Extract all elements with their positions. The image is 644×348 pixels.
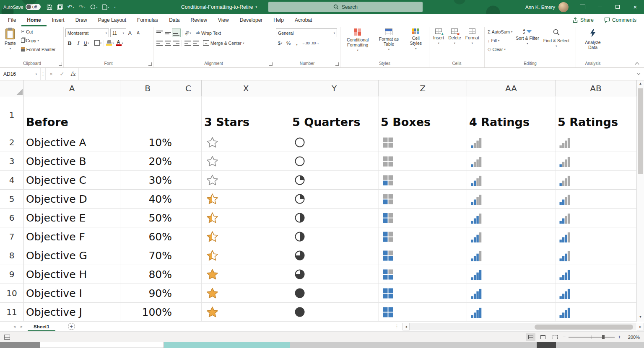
cell-X4[interactable] — [202, 171, 290, 189]
row-header-6[interactable]: 6 — [0, 209, 24, 227]
cell-AB9[interactable] — [556, 265, 636, 284]
tab-formulas[interactable]: Formulas — [132, 14, 164, 26]
cell-AA8[interactable] — [467, 246, 556, 265]
enter-button[interactable]: ✓ — [57, 68, 68, 80]
cell-Z9[interactable] — [379, 265, 467, 284]
sheet-nav-right[interactable]: ▸ — [18, 324, 25, 329]
cell-B2[interactable]: 10% — [120, 133, 175, 152]
horizontal-scroll-thumb[interactable] — [535, 325, 633, 330]
column-header-AB[interactable]: AB — [556, 80, 636, 96]
cell-A3[interactable]: Objective B — [24, 152, 120, 170]
vertical-scroll-thumb[interactable] — [638, 88, 643, 174]
center-button[interactable] — [164, 39, 172, 47]
tab-view[interactable]: View — [213, 14, 234, 26]
cell-A6[interactable]: Objective E — [24, 209, 120, 227]
zoom-level[interactable]: 200% — [624, 335, 640, 340]
cell-A2[interactable]: Objective A — [24, 133, 120, 152]
customize-quick-access-toolbar-button[interactable]: ▾ — [112, 2, 117, 12]
cell-Y1[interactable]: 5 Quarters — [290, 96, 379, 133]
decrease-indent-button[interactable] — [183, 39, 192, 47]
cell-styles-button[interactable]: Cell Styles ▾ — [405, 27, 427, 60]
normal-view-button[interactable] — [526, 333, 535, 341]
cell-Z3[interactable] — [379, 152, 467, 170]
row-header-2[interactable]: 2 — [0, 133, 24, 152]
cell-X9[interactable] — [202, 265, 290, 284]
cell-A4[interactable]: Objective C — [24, 171, 120, 189]
font-name-combo[interactable]: Montserrat▾ — [65, 28, 109, 37]
cell-Y6[interactable] — [290, 209, 379, 227]
name-box[interactable]: AD16▾ — [0, 68, 40, 80]
cell-AA7[interactable] — [467, 227, 556, 246]
cell-C6[interactable] — [175, 209, 202, 227]
align-left-button[interactable] — [155, 39, 164, 47]
scroll-down-arrow[interactable]: ▼ — [639, 315, 642, 320]
user-name[interactable]: Ann K. Emery — [525, 5, 555, 10]
wrap-text-button[interactable]: abWrap Text — [195, 28, 222, 37]
cell-X2[interactable] — [202, 133, 290, 152]
number-format-combo[interactable]: General▾ — [276, 28, 337, 37]
cell-Z4[interactable] — [379, 171, 467, 189]
tab-help[interactable]: Help — [268, 14, 289, 26]
cell-C7[interactable] — [175, 227, 202, 246]
cell-A8[interactable]: Objective G — [24, 246, 120, 265]
accounting-format-button[interactable]: $▾ — [276, 39, 284, 47]
redo-button[interactable]: ↷▾ — [77, 2, 87, 12]
font-size-combo[interactable]: 11▾ — [110, 28, 126, 37]
delete-button[interactable]: Delete▾ — [446, 27, 463, 60]
middle-align-button[interactable] — [164, 28, 172, 37]
avatar[interactable] — [558, 2, 569, 12]
cell-AB3[interactable] — [556, 152, 636, 170]
collapse-ribbon-button[interactable] — [633, 60, 641, 66]
cell-AA9[interactable] — [467, 265, 556, 284]
scroll-left-arrow[interactable]: ◂ — [402, 323, 410, 330]
accessibility-status-icon[interactable] — [4, 335, 10, 340]
italic-button[interactable]: I — [74, 39, 82, 47]
column-header-Z[interactable]: Z — [379, 80, 467, 96]
merge-center-button[interactable]: ↔Merge & Center▾ — [202, 39, 245, 47]
row-header-3[interactable]: 3 — [0, 152, 24, 170]
decrease-font-size-button[interactable]: Aˇ — [135, 28, 143, 37]
top-align-button[interactable] — [155, 28, 164, 37]
conditional-formatting-button[interactable]: Conditional Formatting ▾ — [342, 27, 373, 60]
cell-AB6[interactable] — [556, 209, 636, 227]
cell-A10[interactable]: Objective I — [24, 284, 120, 302]
cell-A7[interactable]: Objective F — [24, 227, 120, 246]
decrease-decimal-button[interactable]: .00→ — [310, 39, 319, 47]
cell-AB2[interactable] — [556, 133, 636, 152]
number-dialog-launcher[interactable] — [335, 62, 339, 66]
fill-button[interactable]: ↓Fill▾ — [486, 36, 514, 45]
tab-insert[interactable]: Insert — [47, 14, 70, 26]
page-layout-view-button[interactable] — [538, 333, 548, 341]
borders-button[interactable]: ▾ — [93, 39, 102, 47]
increase-font-size-button[interactable]: Aˆ — [126, 28, 135, 37]
cell-Z6[interactable] — [379, 209, 467, 227]
page-break-view-button[interactable] — [551, 333, 560, 341]
row-header-4[interactable]: 4 — [0, 171, 24, 189]
sheet-nav-left[interactable]: ◂ — [11, 324, 18, 329]
cell-Z2[interactable] — [379, 133, 467, 152]
cell-AB10[interactable] — [556, 284, 636, 302]
row-header-1[interactable]: 1 — [0, 96, 24, 133]
cell-X6[interactable] — [202, 209, 290, 227]
row-header-8[interactable]: 8 — [0, 246, 24, 265]
ink-tool-button[interactable]: ▾ — [88, 2, 99, 12]
new-sheet-button[interactable]: + — [68, 323, 75, 330]
minimize-button[interactable] — [591, 0, 609, 14]
cell-Z1[interactable]: 5 Boxes — [379, 96, 467, 133]
fill-color-button[interactable]: ▾ — [105, 39, 114, 47]
tab-splitter[interactable]: ⋮ — [395, 324, 399, 329]
cell-B10[interactable]: 90% — [120, 284, 175, 302]
cell-AA3[interactable] — [467, 152, 556, 170]
cell-C9[interactable] — [175, 265, 202, 284]
cell-C11[interactable] — [175, 303, 202, 321]
find-select-button[interactable]: Find & Select ▾ — [541, 27, 571, 60]
cell-AA4[interactable] — [467, 171, 556, 189]
cell-Y10[interactable] — [290, 284, 379, 302]
cell-B1[interactable] — [120, 96, 175, 133]
cell-AA5[interactable] — [467, 190, 556, 208]
percent-style-button[interactable]: % — [284, 39, 293, 47]
cell-B7[interactable]: 60% — [120, 227, 175, 246]
underline-button[interactable]: U▾ — [82, 39, 91, 47]
select-all-button[interactable] — [0, 80, 24, 96]
cell-AA6[interactable] — [467, 209, 556, 227]
